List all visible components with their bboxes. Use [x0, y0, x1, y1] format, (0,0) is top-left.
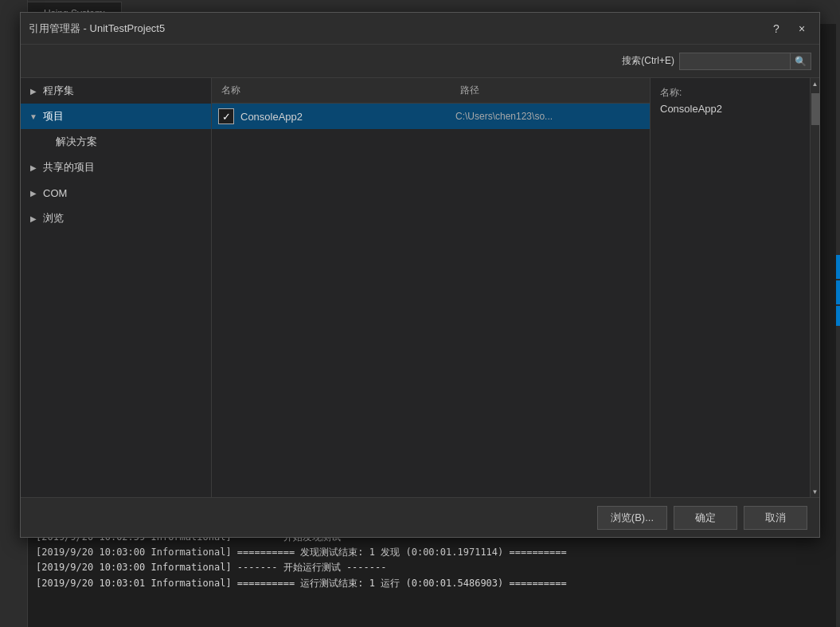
tree-label-projects: 项目: [43, 109, 64, 123]
search-input[interactable]: [679, 53, 791, 70]
search-button[interactable]: 🔍: [791, 53, 811, 70]
scroll-down-arrow[interactable]: ▼: [811, 486, 820, 497]
scroll-track: [811, 89, 819, 486]
log-line-4: [2019/9/20 10:03:01 Informational] =====…: [36, 576, 832, 591]
prop-name-value: ConsoleApp2: [660, 103, 800, 115]
help-button[interactable]: ?: [767, 19, 786, 38]
tree-item-projects[interactable]: ▼ 项目: [21, 104, 211, 129]
cell-path-consoleapp2: C:\Users\chen123\so...: [455, 111, 643, 122]
right-properties-panel: 名称: ConsoleApp2: [651, 78, 810, 497]
checkbox-consoleapp2[interactable]: [218, 108, 234, 124]
prop-name-label: 名称:: [660, 86, 800, 100]
list-row[interactable]: ConsoleApp2 C:\Users\chen123\so...: [212, 104, 650, 129]
tree-label-com: COM: [43, 187, 67, 199]
ok-button[interactable]: 确定: [674, 506, 737, 530]
list-header: 名称 路径: [212, 78, 650, 104]
arrow-com: ▶: [27, 186, 40, 199]
scroll-thumb[interactable]: [811, 93, 819, 125]
dialog-topbar: 搜索(Ctrl+E) 🔍: [21, 45, 819, 78]
middle-list-panel: 名称 路径 ConsoleApp2 C:\Users\chen123\so...: [212, 78, 651, 497]
header-name: 名称: [212, 84, 451, 97]
titlebar-controls: ? ×: [767, 19, 811, 38]
left-tree-panel: ▶ 程序集 ▼ 项目 解决方案 ▶ 共享的项目 ▶ COM: [21, 78, 212, 497]
ide-log-area: [2019/9/20 10:02:59 Informational] -----…: [28, 523, 840, 627]
dialog-body: ▶ 程序集 ▼ 项目 解决方案 ▶ 共享的项目 ▶ COM: [21, 78, 819, 497]
header-path: 路径: [451, 84, 650, 97]
cell-name-consoleapp2: ConsoleApp2: [240, 111, 455, 123]
tree-item-shared-projects[interactable]: ▶ 共享的项目: [21, 155, 211, 180]
search-label: 搜索(Ctrl+E): [622, 54, 674, 68]
accent-item-3: [836, 306, 840, 326]
close-button[interactable]: ×: [792, 19, 811, 38]
tree-item-com[interactable]: ▶ COM: [21, 180, 211, 206]
arrow-shared: ▶: [27, 161, 40, 174]
tree-item-solution[interactable]: 解决方案: [21, 129, 211, 155]
tree-label-assemblies: 程序集: [43, 84, 74, 98]
tree-item-assemblies[interactable]: ▶ 程序集: [21, 78, 211, 104]
dialog-titlebar: 引用管理器 - UnitTestProject5 ? ×: [21, 13, 819, 45]
accent-bar: [836, 0, 840, 627]
log-line-2: [2019/9/20 10:03:00 Informational] =====…: [36, 545, 832, 560]
arrow-projects: ▼: [27, 110, 40, 123]
dialog-scrollbar: ▲ ▼: [810, 78, 819, 497]
accent-item-2: [836, 280, 840, 304]
arrow-assemblies: ▶: [27, 84, 40, 97]
search-container: 搜索(Ctrl+E) 🔍: [622, 53, 811, 70]
dialog-footer: 浏览(B)... 确定 取消: [21, 497, 819, 537]
tree-label-shared: 共享的项目: [43, 160, 95, 174]
reference-manager-dialog: 引用管理器 - UnitTestProject5 ? × 搜索(Ctrl+E) …: [20, 12, 820, 538]
list-body: ConsoleApp2 C:\Users\chen123\so...: [212, 104, 650, 497]
scroll-up-arrow[interactable]: ▲: [811, 78, 820, 89]
tree-label-browse: 浏览: [43, 211, 64, 225]
browse-button[interactable]: 浏览(B)...: [597, 506, 667, 530]
log-line-3: [2019/9/20 10:03:00 Informational] -----…: [36, 560, 832, 575]
accent-item-1: [836, 255, 840, 279]
cancel-button[interactable]: 取消: [744, 506, 807, 530]
arrow-solution: [40, 135, 53, 148]
tree-label-solution: 解决方案: [56, 135, 97, 149]
arrow-browse: ▶: [27, 212, 40, 225]
tree-item-browse[interactable]: ▶ 浏览: [21, 206, 211, 231]
dialog-title: 引用管理器 - UnitTestProject5: [29, 22, 165, 36]
